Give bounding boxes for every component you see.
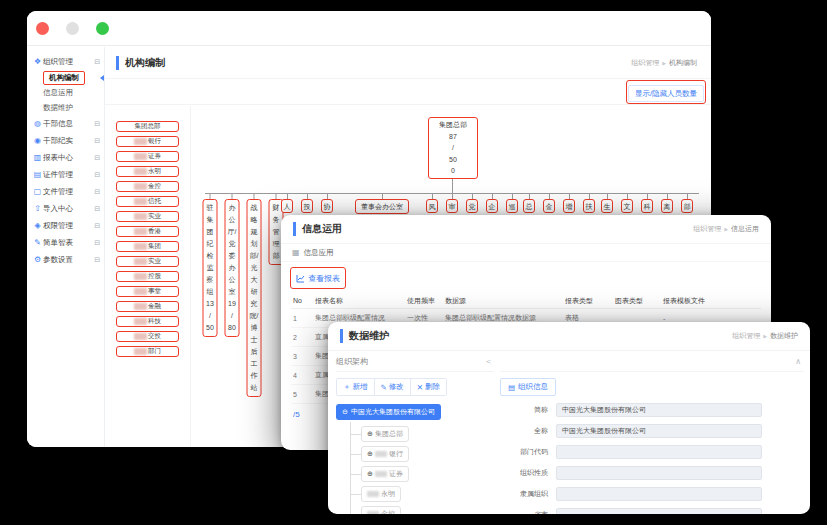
- unit-item-11[interactable]: 事堂: [116, 286, 179, 297]
- sidebar-item-9[interactable]: ⚙参数设置⊟: [27, 251, 104, 268]
- org-dept-stub-r9[interactable]: 生: [601, 199, 613, 213]
- view-report-button[interactable]: 查看报表: [292, 271, 344, 286]
- breadcrumb-parent[interactable]: 组织管理: [693, 224, 721, 234]
- tree-button-group: ＋新增✎修改✕删除: [336, 378, 447, 396]
- expand-icon[interactable]: ⊕: [367, 430, 373, 438]
- unit-item-2[interactable]: 证券: [116, 151, 179, 162]
- org-dept-stub-r11[interactable]: 科: [641, 199, 653, 213]
- breadcrumb: 组织管理 ▶ 信息运用: [693, 224, 759, 234]
- org-dept-stub-r8[interactable]: 扶: [583, 199, 595, 213]
- collapse-icon[interactable]: ⊟: [94, 137, 100, 145]
- unit-item-12[interactable]: 金融: [116, 301, 179, 312]
- unit-item-7[interactable]: 香港: [116, 226, 179, 237]
- org-dept-stub-r5[interactable]: 总: [523, 199, 535, 213]
- org-dept-stub-r7[interactable]: 增: [563, 199, 575, 213]
- field-input-5[interactable]: [556, 508, 762, 514]
- org-dept-stub-r1[interactable]: 审: [446, 199, 458, 213]
- sidebar-subitem-0-0[interactable]: 机构编制: [27, 70, 104, 85]
- field-input-1[interactable]: 中国光大集团股份有限公司: [556, 424, 762, 438]
- collapse-icon[interactable]: ⊟: [94, 188, 100, 196]
- tree-node-0[interactable]: ⊕集团总部: [361, 426, 409, 442]
- close-button[interactable]: [36, 22, 49, 35]
- org-dept-stub-r0[interactable]: 风: [426, 199, 438, 213]
- sidebar-item-2[interactable]: ◉干部纪实⊟: [27, 132, 104, 149]
- unit-item-3[interactable]: 永明: [116, 166, 179, 177]
- collapse-icon[interactable]: ⊟: [94, 171, 100, 179]
- org-dept-node-2[interactable]: 战略规划部/光大研究院/博士后工作站: [247, 199, 262, 397]
- field-input-2[interactable]: [556, 445, 762, 459]
- tab-org-info[interactable]: ▤ 组织信息: [500, 378, 556, 396]
- collapse-node-icon[interactable]: ⊖: [342, 408, 348, 416]
- unit-item-5[interactable]: 信托: [116, 196, 179, 207]
- collapse-up-icon[interactable]: ∧: [795, 357, 804, 366]
- collapse-icon[interactable]: ⊟: [94, 256, 100, 264]
- org-dept-stub-r10[interactable]: 文: [621, 199, 633, 213]
- org-dept-stub-r3[interactable]: 企: [486, 199, 498, 213]
- org-dept-stub-r2[interactable]: 党: [466, 199, 478, 213]
- org-root-node[interactable]: 集团总部 87 / 50 0: [428, 117, 478, 179]
- org-dept-node-0[interactable]: 驻集团纪检监察组 13 / 50: [203, 199, 218, 337]
- add-button[interactable]: ＋新增: [337, 379, 375, 395]
- tree-node-3[interactable]: 永明: [361, 486, 401, 502]
- collapse-icon[interactable]: ⊟: [94, 222, 100, 230]
- edit-button[interactable]: ✎修改: [375, 379, 411, 395]
- tree-node-2[interactable]: ⊕证券: [361, 466, 409, 482]
- org-dept-stub-0[interactable]: 人: [281, 199, 293, 213]
- sidebar-item-3[interactable]: ▥报表中心⊟: [27, 149, 104, 166]
- minimize-button[interactable]: [66, 22, 79, 35]
- sidebar-item-4[interactable]: ▤证件管理⊟: [27, 166, 104, 183]
- unit-item-1[interactable]: 银行: [116, 136, 179, 147]
- collapse-icon[interactable]: ⊟: [94, 239, 100, 247]
- delete-button[interactable]: ✕删除: [411, 379, 446, 395]
- field-input-3[interactable]: [556, 466, 762, 480]
- unit-item-6[interactable]: 实业: [116, 211, 179, 222]
- sidebar-item-1[interactable]: ◍干部信息⊟: [27, 115, 104, 132]
- collapse-left-icon[interactable]: <: [486, 357, 494, 366]
- sidebar-item-7[interactable]: ◈权限管理⊟: [27, 217, 104, 234]
- maximize-button[interactable]: [96, 22, 109, 35]
- org-dept-stub-r13[interactable]: 部: [681, 199, 693, 213]
- breadcrumb-parent[interactable]: 组织管理: [631, 58, 659, 68]
- tree-node-1[interactable]: ⊕银行: [361, 446, 409, 462]
- unit-item-0[interactable]: 集团总部: [116, 121, 179, 132]
- sidebar-item-0[interactable]: ❖组织管理⊟: [27, 53, 104, 70]
- field-input-0[interactable]: 中国光大集团股份有限公司: [556, 403, 762, 417]
- sidebar-item-label: 报表中心: [43, 153, 94, 163]
- unit-item-15[interactable]: 部门: [116, 346, 179, 357]
- unit-item-10[interactable]: 控股: [116, 271, 179, 282]
- expand-icon[interactable]: ⊕: [367, 450, 373, 458]
- sidebar-item-5[interactable]: ▢文件管理⊟: [27, 183, 104, 200]
- collapse-icon[interactable]: ⊟: [94, 205, 100, 213]
- redacted-text: [375, 471, 387, 477]
- unit-item-14[interactable]: 交投: [116, 331, 179, 342]
- org-dept-stub-1[interactable]: 投: [301, 199, 313, 213]
- breadcrumb-parent[interactable]: 组织管理: [732, 331, 760, 341]
- breadcrumb-current: 机构编制: [669, 58, 697, 68]
- org-dept-stub-r12[interactable]: 离: [661, 199, 673, 213]
- unit-item-9[interactable]: 实业: [116, 256, 179, 267]
- sidebar: ❖组织管理⊟机构编制信息运用数据维护◍干部信息⊟◉干部纪实⊟▥报表中心⊟▤证件管…: [27, 47, 105, 447]
- field-label: 简称: [500, 405, 548, 415]
- sidebar-subitem-0-2[interactable]: 数据维护: [27, 100, 104, 115]
- tree-node-4[interactable]: 金控: [361, 506, 401, 514]
- sidebar-item-8[interactable]: ✎简单智表⊟: [27, 234, 104, 251]
- redacted-text: [134, 333, 147, 340]
- org-dept-stub-2[interactable]: 协: [321, 199, 333, 213]
- org-dept-node-1[interactable]: 办公厅/党委办公室 19 / 80: [225, 199, 240, 337]
- unit-item-8[interactable]: 集团: [116, 241, 179, 252]
- collapse-icon[interactable]: ⊟: [94, 120, 100, 128]
- unit-item-4[interactable]: 金控: [116, 181, 179, 192]
- org-dept-stub-r6[interactable]: 金: [543, 199, 555, 213]
- org-dept-stub-r4[interactable]: 巡: [506, 199, 518, 213]
- toggle-personnel-count-button[interactable]: 显示/隐藏人员数量: [628, 85, 704, 102]
- table-cell: 3: [293, 353, 311, 360]
- tree-root-node[interactable]: ⊖ 中国光大集团股份有限公司: [336, 404, 441, 420]
- expand-icon[interactable]: ⊕: [367, 470, 373, 478]
- sidebar-subitem-0-1[interactable]: 信息运用: [27, 85, 104, 100]
- sidebar-item-6[interactable]: ⇧导入中心⊟: [27, 200, 104, 217]
- collapse-icon[interactable]: ⊟: [94, 58, 100, 66]
- field-input-4[interactable]: [556, 487, 762, 501]
- collapse-icon[interactable]: ⊟: [94, 154, 100, 162]
- unit-item-13[interactable]: 科技: [116, 316, 179, 327]
- org-dept-node-board[interactable]: 董事会办公室: [355, 199, 409, 214]
